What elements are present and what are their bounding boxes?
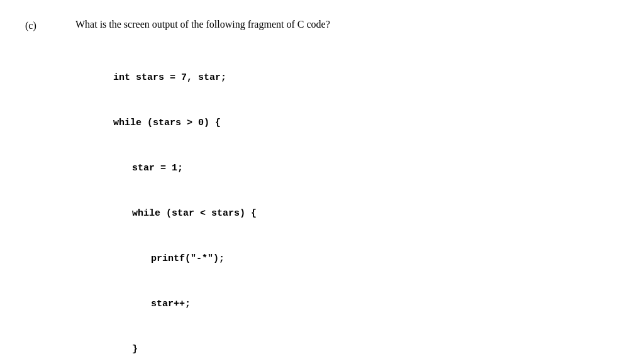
code-line: star++; — [113, 297, 619, 312]
code-line: star = 1; — [113, 161, 619, 176]
label-c: (c) — [25, 20, 36, 31]
question-c: (c) What is the screen output of the fol… — [25, 19, 619, 354]
code-line: while (star < stars) { — [113, 206, 619, 221]
code-line: printf("-*"); — [113, 252, 619, 267]
code-line: while (stars > 0) { — [113, 116, 619, 131]
question-c-content: What is the screen output of the followi… — [75, 19, 619, 354]
code-line: } — [113, 342, 619, 354]
question-c-text: What is the screen output of the followi… — [75, 19, 619, 30]
code-line: int stars = 7, star; — [113, 70, 619, 86]
question-c-label: (c) — [25, 19, 75, 31]
question-c-code: int stars = 7, star; while (stars > 0) {… — [113, 40, 619, 354]
